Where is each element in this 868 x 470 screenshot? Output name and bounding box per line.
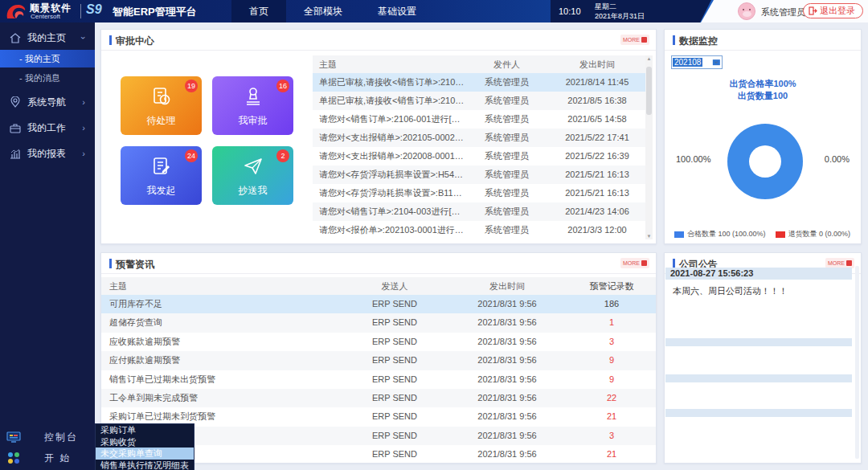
tab-home[interactable]: 首页 [231, 0, 286, 22]
avatar-eye [749, 9, 751, 10]
sidebar-item-my-reports[interactable]: 我的报表 › [0, 143, 95, 164]
tab-basic-settings[interactable]: 基础设置 [360, 0, 434, 22]
panel-header: 审批中心 MORE [101, 30, 656, 51]
approval-sender: 系统管理员 [465, 110, 549, 129]
alert-row[interactable]: 应付账款逾期预警 ERP SEND 2021/8/31 9:56 9 [101, 351, 656, 370]
stamp-icon [243, 86, 264, 107]
approval-subject: 单据已审核,请接收<销售订单>:2104-002 [313, 92, 465, 110]
approval-row[interactable]: 单据已审核,请接收<销售订单>:2105-001 系统管理员 2021/8/14… [313, 73, 645, 92]
alert-row[interactable]: 超储存货查询 ERP SEND 2021/8/31 9:56 1 [101, 313, 656, 332]
more-button[interactable]: MORE [620, 35, 649, 45]
tile-label: 我发起 [121, 184, 202, 198]
tile-pending[interactable]: 19 待处理 [121, 76, 202, 135]
sidebar-subitem-my-messages[interactable]: - 我的消息 [0, 69, 95, 87]
col-sender: 发件人 [465, 55, 549, 73]
initiated-count-badge: 24 [185, 149, 198, 162]
sidebar: 我的主页 › - 我的主页 - 我的消息 系统导航 › 我的工作 › [0, 22, 95, 470]
product-logo: S9 [86, 2, 102, 17]
sidebar-item-label: 我的主页 [27, 31, 66, 45]
sidebar-item-system-nav[interactable]: 系统导航 › [0, 92, 95, 112]
scroll-down-icon[interactable]: ▼ [645, 234, 653, 239]
scroll-up-icon[interactable]: ▲ [645, 56, 653, 61]
alert-subject: 超储存货查询 [101, 313, 342, 332]
chevron-down-icon: › [79, 36, 88, 39]
context-menu-item[interactable]: 销售单执行情况明细表 [96, 460, 194, 470]
title-accent-bar [109, 35, 112, 45]
announcements-scrollbar[interactable] [855, 266, 859, 459]
alert-count: 3 [567, 333, 656, 351]
approval-sender: 系统管理员 [465, 92, 549, 110]
alert-time: 2021/8/31 9:56 [447, 370, 567, 389]
logout-button[interactable]: 退出登录 [803, 3, 863, 18]
alert-count: 1 [567, 313, 656, 332]
start-button[interactable]: 开 始 [0, 449, 95, 467]
approval-subject: 单据已审核,请接收<销售订单>:2105-001 [313, 73, 465, 92]
approval-row[interactable]: 请您对<支出报销单>:202105-0002进行[审核] 系统管理员 2021/… [313, 129, 645, 147]
user-avatar[interactable] [738, 2, 755, 20]
approval-subject: 请您对<销售订单>:2104-003进行[一审] [313, 202, 465, 221]
approval-row[interactable]: 请您对<存货浮动耗损率设置>:H54R15006002进行[审核] 系统管理员 … [313, 166, 645, 184]
announcement-text[interactable]: 本周六、周日公司活动！！！ [673, 285, 788, 297]
alert-row[interactable]: 工令单到期未完成预警 ERP SEND 2021/8/31 9:56 22 [101, 389, 656, 407]
sidebar-item-label: 我的报表 [27, 147, 66, 161]
tile-my-approvals[interactable]: 16 我审批 [212, 76, 293, 135]
context-menu-item[interactable]: 采购订单 [96, 424, 194, 436]
approval-sender: 系统管理员 [465, 202, 549, 221]
approval-time: 2021/5/22 17:41 [549, 129, 645, 147]
sidebar-subitem-my-home[interactable]: - 我的主页 [0, 50, 95, 67]
alert-sender: ERP SEND [342, 333, 447, 351]
alert-count: 3 [567, 427, 656, 445]
approval-time: 2021/5/21 16:13 [549, 166, 645, 184]
col-send-time: 发出时间 [549, 55, 645, 73]
approval-row[interactable]: 请您对<销售订单>:2106-001进行[一审] 系统管理员 2021/6/5 … [313, 110, 645, 129]
tile-label: 抄送我 [212, 184, 293, 198]
alert-time: 2021/8/31 9:56 [447, 351, 567, 370]
alert-sender: ERP SEND [342, 370, 447, 389]
tile-initiated-by-me[interactable]: 24 我发起 [121, 146, 202, 205]
console-button[interactable]: 控制台 [0, 428, 95, 446]
bar-chart-icon [10, 149, 21, 159]
approval-row[interactable]: 单据已审核,请接收<销售订单>:2104-002 系统管理员 2021/8/5 … [313, 92, 645, 110]
donut-chart [727, 124, 803, 199]
alert-sender: ERP SEND [342, 351, 447, 370]
col-sender: 发送人 [342, 277, 447, 295]
context-menu-item[interactable]: 未交采购单查询 [96, 448, 194, 460]
period-select[interactable]: 202108 › [671, 55, 723, 69]
alert-row[interactable]: 可用库存不足 ERP SEND 2021/8/31 9:56 186 [101, 295, 656, 313]
logout-label: 退出登录 [820, 4, 855, 18]
scrollbar-thumb[interactable] [646, 67, 652, 115]
sidebar-item-my-work[interactable]: 我的工作 › [0, 117, 95, 138]
panel-header: 预警资讯 MORE [101, 253, 656, 274]
alert-time: 2021/8/31 9:56 [447, 427, 567, 445]
pass-rate-text: 出货合格率100% [665, 78, 861, 90]
approval-row[interactable]: 请您对<报价单>:202103-0001进行[审核] 系统管理员 2021/3/… [313, 221, 645, 239]
top-bar: 顺景软件 Centersoft S9 智能ERP管理平台 首页 全部模块 基础设… [0, 0, 868, 22]
approval-row[interactable]: 请您对<存货浮动耗损率设置>:B11000001进行[审核] 系统管理员 202… [313, 184, 645, 202]
alert-row[interactable]: 应收账款逾期预警 ERP SEND 2021/8/31 9:56 3 [101, 333, 656, 351]
start-label: 开 始 [44, 452, 71, 465]
context-menu-item[interactable]: 采购收货 [96, 436, 194, 448]
alert-time: 2021/8/31 9:56 [447, 389, 567, 407]
paper-plane-icon [243, 156, 264, 177]
more-label: MORE [623, 37, 640, 43]
tab-all-modules[interactable]: 全部模块 [286, 0, 360, 22]
tile-cc-to-me[interactable]: 2 抄送我 [212, 146, 293, 205]
chevron-right-icon: › [82, 149, 85, 158]
edit-document-icon [151, 156, 172, 177]
sidebar-item-label: 系统导航 [27, 96, 66, 109]
more-button[interactable]: MORE [620, 258, 649, 268]
alerts-table-header: 主题 发送人 发出时间 预警记录数 [101, 277, 656, 295]
chevron-down-icon: › [713, 59, 720, 65]
briefcase-icon [10, 123, 21, 133]
legend-item-pass: 合格数量 100 (100.00%) [674, 229, 766, 239]
approval-scrollbar[interactable]: ▲ ▼ [645, 55, 653, 239]
approval-table-body: 单据已审核,请接收<销售订单>:2105-001 系统管理员 2021/8/14… [313, 73, 645, 239]
approval-row[interactable]: 请您对<支出报销单>:202008-0001进行[审核] 系统管理员 2021/… [313, 147, 645, 166]
sidebar-item-my-home[interactable]: 我的主页 › [0, 27, 95, 48]
monitor-summary: 出货合格率100% 出货数量100 [665, 78, 861, 102]
alert-row[interactable]: 销售订单已过期未出货预警 ERP SEND 2021/8/31 9:56 9 [101, 370, 656, 389]
chart-legend: 合格数量 100 (100.00%) 退货数量 0 (0.00%) [674, 229, 850, 239]
approval-row[interactable]: 请您对<销售订单>:2104-003进行[一审] 系统管理员 2021/4/23… [313, 202, 645, 221]
legend-swatch-red [776, 231, 785, 238]
approval-subject: 请您对<报价单>:202103-0001进行[审核] [313, 221, 465, 239]
